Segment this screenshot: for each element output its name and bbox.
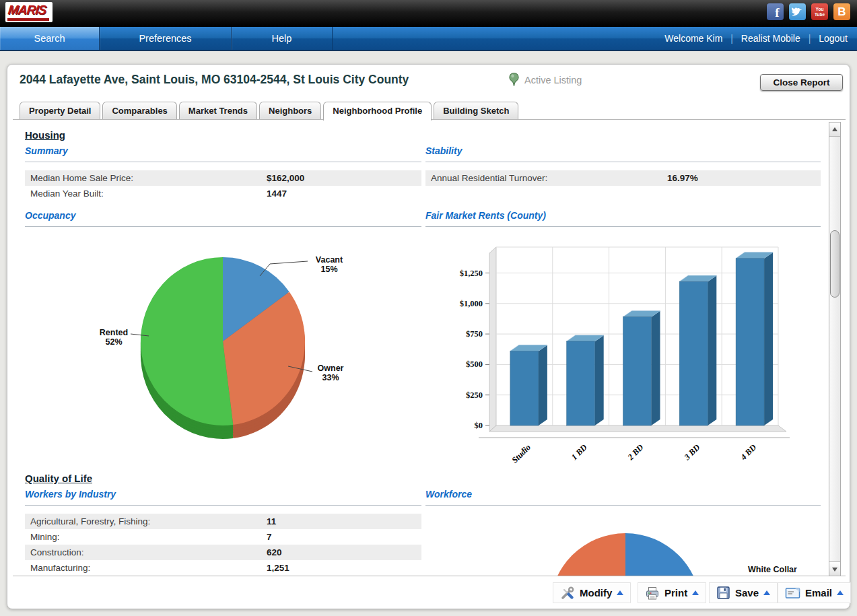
workers-by-industry-heading: Workers by Industry [25, 489, 421, 500]
divider [25, 226, 421, 227]
pie-slice-label: Vacant [316, 255, 343, 265]
x-tick-label: 1 BD [570, 442, 589, 462]
chevron-up-icon [617, 590, 623, 595]
close-report-button[interactable]: Close Report [760, 74, 843, 91]
realist-mobile-link[interactable]: Realist Mobile [741, 33, 800, 44]
divider [25, 505, 421, 506]
table-row: Median Home Sale Price: $162,000 [25, 170, 421, 186]
tab-neighborhood-profile[interactable]: Neighborhood Profile [323, 102, 432, 121]
occupancy-section: Occupancy [25, 210, 421, 221]
table-row: Manufacturing: 1,251 [25, 560, 421, 576]
youtube-icon[interactable]: You Tube [811, 3, 828, 20]
modify-button[interactable]: Modify [553, 582, 631, 603]
chevron-up-icon [763, 590, 770, 595]
y-tick-label: $500 [466, 360, 483, 369]
nav-item-preferences[interactable]: Preferences [100, 27, 232, 50]
nav-user-area: Welcome Kim | Realist Mobile | Logout [664, 27, 848, 50]
facebook-icon[interactable]: f [767, 3, 784, 20]
x-tick-label: 3 BD [682, 442, 702, 463]
email-button[interactable]: Email [778, 582, 851, 603]
housing-heading: Housing [25, 129, 65, 141]
logout-link[interactable]: Logout [819, 33, 848, 44]
envelope-icon [785, 586, 800, 600]
stability-section: Stability Annual Residential Turnover: 1… [425, 145, 821, 156]
fair-market-rents-section: Fair Market Rents (County) [425, 210, 821, 221]
chevron-up-icon [837, 590, 844, 595]
print-button[interactable]: Print [638, 582, 706, 603]
divider [425, 162, 821, 162]
scrollbar-thumb[interactable] [830, 230, 839, 298]
divider [425, 505, 821, 506]
row-label: Manufacturing: [30, 563, 90, 573]
y-tick-label: $750 [466, 329, 483, 339]
chevron-up-icon [692, 590, 699, 595]
table-row: Median Year Built: 1447 [25, 186, 421, 201]
nav-item-help[interactable]: Help [232, 27, 333, 50]
tab-neighbors[interactable]: Neighbors [259, 102, 321, 119]
pie-slice-value: 33% [322, 373, 339, 382]
table-row: Construction: 620 [25, 545, 421, 560]
report-panel: 2044 Lafayette Ave, Saint Louis, MO 6310… [7, 64, 850, 609]
map-pin-icon [509, 73, 519, 87]
nav-separator: | [725, 33, 739, 44]
blogger-icon[interactable]: B [833, 3, 850, 20]
occupancy-pie-chart: Vacant15%Owner33%Rented52% [94, 248, 359, 443]
content-scrollbar[interactable] [829, 122, 841, 576]
bar [736, 259, 764, 425]
workforce-slice-label: White Collar [748, 565, 797, 574]
fair-market-rents-heading: Fair Market Rents (County) [425, 210, 821, 221]
bar-side [652, 311, 660, 425]
tools-icon [560, 586, 575, 601]
y-tick-label: $250 [466, 390, 483, 400]
scroll-down-button[interactable] [829, 561, 840, 576]
table-row: Annual Residential Turnover: 16.97% [425, 170, 821, 186]
quality-of-life-heading: Quality of Life [25, 473, 92, 484]
bar-side [595, 335, 604, 425]
workforce-section: Workforce [425, 489, 821, 500]
twitter-icon[interactable] [789, 3, 806, 20]
pie-slice-value: 52% [105, 337, 122, 347]
print-label: Print [664, 587, 687, 598]
x-tick-label: 2 BD [625, 442, 646, 463]
floppy-disk-icon [716, 586, 730, 600]
email-label: Email [805, 587, 832, 598]
report-tabs: Property Detail Comparables Market Trend… [20, 102, 518, 120]
nav-item-search[interactable]: Search [0, 27, 100, 50]
x-tick-label: Studio [510, 442, 533, 465]
tab-comparables[interactable]: Comparables [102, 102, 176, 119]
bar-side [539, 345, 547, 425]
tab-market-trends[interactable]: Market Trends [179, 102, 257, 119]
maris-logo-strip [7, 18, 49, 21]
maris-logo[interactable]: MARIS [5, 2, 53, 22]
divider [425, 226, 821, 227]
report-content: Housing Summary Median Home Sale Price: … [13, 119, 846, 576]
y-tick-label: $1,000 [460, 299, 483, 308]
top-bar: MARIS f You Tube B [0, 0, 857, 27]
summary-heading: Summary [25, 145, 421, 156]
save-label: Save [735, 587, 759, 598]
summary-section: Summary Median Home Sale Price: $162,000… [25, 145, 421, 156]
bar-side [708, 275, 716, 425]
chart-floor [489, 425, 786, 432]
table-row: Mining: 7 [25, 529, 421, 545]
table-row-clipped [25, 576, 421, 576]
workforce-heading: Workforce [425, 489, 821, 500]
row-label: Median Home Sale Price: [30, 173, 133, 183]
row-label: Agricultural, Forestry, Fishing: [30, 516, 150, 526]
save-button[interactable]: Save [709, 582, 778, 603]
pie-slice-value: 15% [320, 265, 337, 274]
workforce-pie-chart [550, 533, 701, 576]
pie-slice-label: Rented [100, 328, 128, 337]
scroll-up-button[interactable] [829, 123, 840, 137]
y-tick-label: $0 [475, 421, 483, 430]
page-title: 2044 Lafayette Ave, Saint Louis, MO 6310… [20, 73, 409, 87]
chevron-up-icon [832, 127, 837, 131]
youtube-text-2: Tube [811, 12, 828, 18]
listing-status: Active Listing [509, 73, 582, 87]
row-value: 620 [267, 545, 282, 560]
printer-icon [645, 586, 660, 601]
modify-label: Modify [580, 587, 612, 598]
tab-building-sketch[interactable]: Building Sketch [434, 102, 518, 119]
tab-property-detail[interactable]: Property Detail [20, 102, 100, 119]
bar [679, 281, 708, 425]
